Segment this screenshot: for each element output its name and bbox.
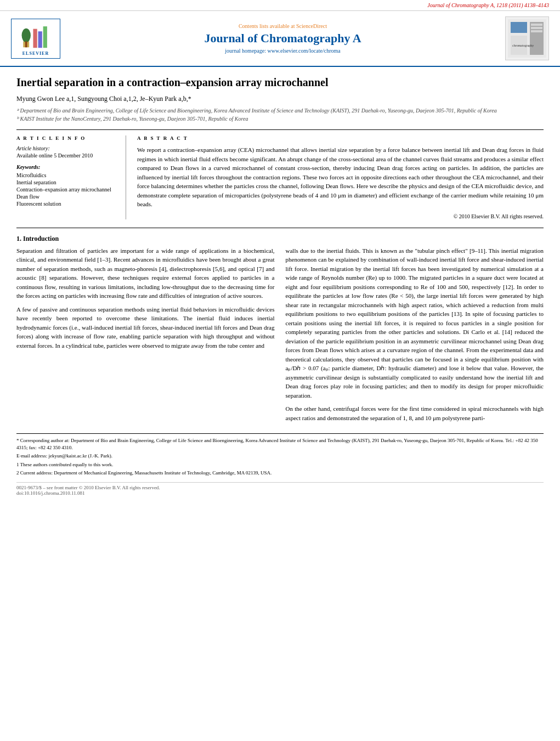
science-direct-link: Contents lists available at ScienceDirec… xyxy=(71,23,494,29)
col2-para2: On the other hand, centrifugal forces we… xyxy=(286,404,544,422)
bottom-notice: 0021-9673/$ – see front matter © 2010 El… xyxy=(16,482,544,496)
affiliation-b: ᵇ KAIST Institute for the NanoCentury, 2… xyxy=(16,115,544,123)
authors: Myung Gwon Lee a,1, Sungyoung Choi a,1,2… xyxy=(16,95,544,103)
affiliations: ᵃ Department of Bio and Brain Engineerin… xyxy=(16,106,544,123)
journal-title: Journal of Chromatography A xyxy=(71,31,494,46)
footnotes-list: * Corresponding author at: Department of… xyxy=(16,437,544,477)
keyword-item: Microfluidics xyxy=(16,172,117,178)
col1-para1: Separation and filtration of particles a… xyxy=(16,246,275,301)
svg-rect-5 xyxy=(43,26,47,48)
section1-heading: 1. Introduction xyxy=(16,235,544,243)
copyright: © 2010 Elsevier B.V. All rights reserved… xyxy=(137,213,544,219)
keyword-item: Inertial separation xyxy=(16,179,117,185)
science-direct-name[interactable]: ScienceDirect xyxy=(296,23,327,29)
col-right: walls due to the inertial fluids. This i… xyxy=(286,246,544,427)
elsevier-logo: ELSEVIER xyxy=(11,19,60,59)
abstract-section: A B S T R A C T We report a contraction–… xyxy=(137,135,544,219)
svg-rect-4 xyxy=(38,31,42,48)
keywords-list: MicrofluidicsInertial separationContract… xyxy=(16,172,117,207)
abstract-heading: A B S T R A C T xyxy=(137,135,544,141)
history-label: Article history: xyxy=(16,145,117,151)
svg-rect-3 xyxy=(33,29,37,48)
svg-rect-9 xyxy=(531,24,542,26)
article-info-heading: A R T I C L E I N F O xyxy=(16,135,117,141)
footnote-item: 1 These authors contributed equally to t… xyxy=(16,461,544,468)
keyword-item: Dean flow xyxy=(16,194,117,200)
svg-rect-7 xyxy=(511,22,527,33)
affiliation-a: ᵃ Department of Bio and Brain Engineerin… xyxy=(16,106,544,115)
svg-rect-11 xyxy=(531,30,542,32)
footnote-item: 2 Current address: Department of Mechani… xyxy=(16,470,544,477)
body-columns: Separation and filtration of particles a… xyxy=(16,246,544,427)
abstract-text: We report a contraction–expansion array … xyxy=(137,145,544,209)
footnotes-section: * Corresponding author at: Department of… xyxy=(16,433,544,477)
journal-homepage: journal homepage: www.elsevier.com/locat… xyxy=(71,48,494,54)
col-left: Separation and filtration of particles a… xyxy=(16,246,275,427)
header-center: Contents lists available at ScienceDirec… xyxy=(71,23,494,54)
svg-point-1 xyxy=(22,28,31,42)
footnote-item: E-mail address: jekyun@kaist.ac.kr (J.-K… xyxy=(16,452,544,460)
top-bar: Journal of Chromatography A, 1218 (2011)… xyxy=(0,0,560,11)
keyword-item: Contraction–expansion array microchannel xyxy=(16,186,117,193)
journal-reference: Journal of Chromatography A, 1218 (2011)… xyxy=(427,2,549,8)
elsevier-tree-icon xyxy=(19,21,52,49)
cover-thumbnail: chromatography xyxy=(505,16,549,60)
col2-para1: walls due to the inertial fluids. This i… xyxy=(286,246,544,400)
section-divider xyxy=(16,228,544,228)
article-title: Inertial separation in a contraction–exp… xyxy=(16,75,544,89)
history-date: Available online 5 December 2010 xyxy=(16,152,117,159)
footnote-item: * Corresponding author at: Department of… xyxy=(16,437,544,451)
keyword-item: Fluorescent solution xyxy=(16,201,117,207)
keywords-section: Keywords: MicrofluidicsInertial separati… xyxy=(16,164,117,207)
article-info: A R T I C L E I N F O Article history: A… xyxy=(16,135,126,219)
article-info-abstract-row: A R T I C L E I N F O Article history: A… xyxy=(16,129,544,219)
keywords-label: Keywords: xyxy=(16,164,117,170)
svg-rect-2 xyxy=(25,41,27,47)
elsevier-wordmark: ELSEVIER xyxy=(14,51,58,56)
col1-para2: A few of passive and continuous separati… xyxy=(16,305,275,350)
cover-image-icon: chromatography xyxy=(508,19,546,58)
page: Journal of Chromatography A, 1218 (2011)… xyxy=(0,0,560,504)
svg-rect-10 xyxy=(531,27,542,29)
article-history: Article history: Available online 5 Dece… xyxy=(16,145,117,159)
svg-text:chromatography: chromatography xyxy=(512,44,534,47)
homepage-url[interactable]: www.elsevier.com/locate/chroma xyxy=(268,48,341,54)
main-content: Inertial separation in a contraction–exp… xyxy=(0,67,560,504)
header-section: ELSEVIER Contents lists available at Sci… xyxy=(0,11,560,67)
